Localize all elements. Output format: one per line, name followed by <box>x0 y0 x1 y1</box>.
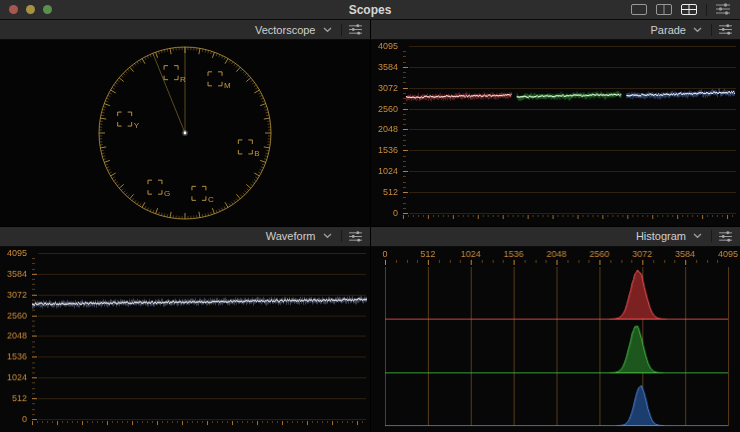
titlebar-separator <box>706 4 707 16</box>
parade-header: Parade <box>371 20 740 40</box>
scopes-window: Scopes Vectorscope <box>0 0 740 432</box>
histogram-settings-icon[interactable] <box>719 231 732 242</box>
titlebar[interactable]: Scopes <box>0 0 740 20</box>
scopes-settings-sliders-icon[interactable] <box>716 1 730 19</box>
waveform-header: Waveform <box>0 227 370 247</box>
waveform-title: Waveform <box>266 230 316 242</box>
layout-grid-icon[interactable] <box>681 1 697 19</box>
header-separator <box>711 24 712 36</box>
close-button[interactable] <box>9 5 18 14</box>
traffic-lights <box>0 5 52 14</box>
titlebar-view-controls <box>631 1 740 19</box>
waveform-panel: Waveform <box>0 227 370 432</box>
layout-single-icon[interactable] <box>631 1 647 19</box>
histogram-title: Histogram <box>636 230 686 242</box>
vectorscope-display <box>0 40 370 226</box>
histogram-display <box>371 247 740 432</box>
vectorscope-title: Vectorscope <box>255 24 316 36</box>
minimize-button[interactable] <box>26 5 35 14</box>
header-separator <box>341 230 342 242</box>
vectorscope-settings-icon[interactable] <box>349 24 362 35</box>
zoom-button[interactable] <box>43 5 52 14</box>
chevron-down-icon[interactable] <box>693 233 702 239</box>
chevron-down-icon[interactable] <box>323 233 332 239</box>
layout-dual-icon[interactable] <box>656 1 672 19</box>
vectorscope-panel: Vectorscope <box>0 20 370 226</box>
scopes-grid: Vectorscope Parade <box>0 20 740 432</box>
histogram-header: Histogram <box>371 227 740 247</box>
waveform-display <box>0 247 370 432</box>
header-separator <box>711 230 712 242</box>
parade-panel: Parade <box>371 20 740 226</box>
vectorscope-header: Vectorscope <box>0 20 370 40</box>
chevron-down-icon[interactable] <box>323 27 332 33</box>
header-separator <box>341 24 342 36</box>
parade-settings-icon[interactable] <box>719 24 732 35</box>
chevron-down-icon[interactable] <box>693 27 702 33</box>
parade-title: Parade <box>651 24 686 36</box>
window-title: Scopes <box>0 3 740 17</box>
parade-display <box>371 40 740 226</box>
histogram-panel: Histogram <box>371 227 740 432</box>
waveform-settings-icon[interactable] <box>349 231 362 242</box>
